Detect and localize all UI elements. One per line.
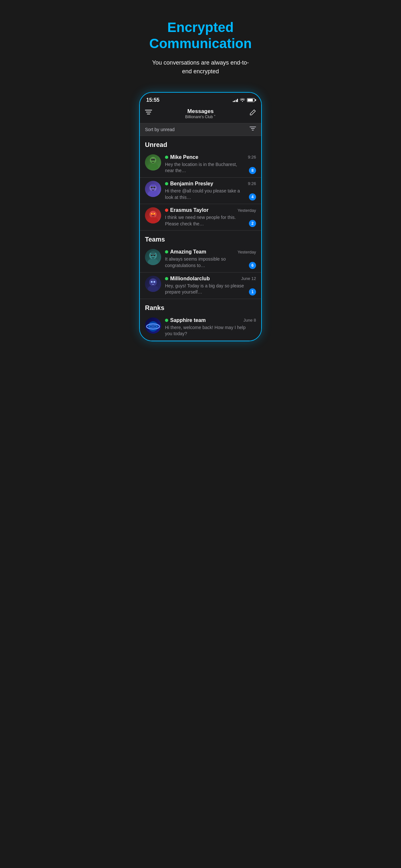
compose-icon[interactable] — [249, 109, 256, 118]
message-top-sapphire-team: Sapphire team June 8 — [165, 317, 256, 323]
svg-rect-3 — [250, 127, 256, 127]
time-sapphire-team: June 8 — [243, 318, 256, 322]
svg-point-42 — [154, 281, 155, 282]
message-content-sapphire-team: Sapphire team June 8 Hi there, welcome b… — [165, 317, 256, 337]
message-item-sapphire-team[interactable]: Sapphire team June 8 Hi there, welcome b… — [140, 314, 261, 341]
section-label-teams: Teams — [145, 236, 165, 243]
svg-point-33 — [151, 254, 152, 255]
badge-erasmus-taylor: 2 — [249, 220, 256, 227]
phone-mockup: 15:55 — [139, 92, 262, 341]
time-amazing-team: Yesterday — [238, 250, 256, 254]
svg-point-35 — [150, 251, 156, 254]
battery-fill — [248, 99, 253, 101]
message-bottom-milliondolarclub: Hey, guys! Today is a big day so please … — [165, 283, 256, 296]
preview-milliondolarclub: Hey, guys! Today is a big day so please … — [165, 283, 249, 296]
hero-title-line1: Encrypted — [167, 20, 234, 35]
name-erasmus-taylor: Erasmus Taylor — [170, 207, 209, 213]
sort-bar[interactable]: Sort by unread — [140, 123, 261, 136]
time-milliondolarclub: June 12 — [241, 276, 256, 281]
avatar-amazing-team — [145, 249, 161, 265]
signal-bars-icon — [233, 98, 238, 102]
message-bottom-sapphire-team: Hi there, welcome back! How may I help y… — [165, 324, 256, 337]
message-item-mike-pence[interactable]: Mike Pence 9:26 Hey the location is in t… — [140, 151, 261, 178]
message-top-benjamin-presley: Benjamin Presley 9:26 — [165, 181, 256, 187]
time-mike-pence: 9:26 — [248, 155, 256, 159]
name-row-sapphire-team: Sapphire team — [165, 317, 206, 323]
sort-label: Sort by unread — [145, 127, 175, 132]
svg-rect-5 — [252, 130, 254, 130]
name-row-benjamin-presley: Benjamin Presley — [165, 181, 213, 187]
name-sapphire-team: Sapphire team — [170, 317, 206, 323]
hero-subtitle: You conversations are always end-to-end … — [149, 58, 252, 76]
name-row-erasmus-taylor: Erasmus Taylor — [165, 207, 209, 213]
message-item-amazing-team[interactable]: Amazing Team Yesterday It always seems i… — [140, 246, 261, 272]
preview-amazing-team: It always seems impossible so congratula… — [165, 256, 249, 269]
preview-benjamin-presley: Hi there @all could you please take a lo… — [165, 188, 249, 200]
filter-icon[interactable] — [145, 110, 152, 117]
time-benjamin-presley: 9:26 — [248, 181, 256, 186]
message-content-milliondolarclub: Milliondolarclub June 12 Hey, guys! Toda… — [165, 276, 256, 296]
svg-point-23 — [148, 217, 158, 223]
message-top-milliondolarclub: Milliondolarclub June 12 — [165, 276, 256, 282]
svg-point-41 — [151, 281, 152, 282]
message-bottom-benjamin-presley: Hi there @all could you please take a lo… — [165, 188, 256, 200]
svg-point-27 — [154, 213, 155, 214]
signal-bar-4 — [237, 99, 238, 102]
status-dot-amazing-team — [165, 250, 168, 253]
message-item-milliondolarclub[interactable]: Milliondolarclub June 12 Hey, guys! Toda… — [140, 273, 261, 299]
hero-title: Encrypted Communication — [140, 20, 261, 52]
message-top-amazing-team: Amazing Team Yesterday — [165, 249, 256, 255]
message-content-benjamin-presley: Benjamin Presley 9:26 Hi there @all coul… — [165, 181, 256, 200]
message-content-amazing-team: Amazing Team Yesterday It always seems i… — [165, 249, 256, 269]
message-top-mike-pence: Mike Pence 9:26 — [165, 154, 256, 160]
name-benjamin-presley: Benjamin Presley — [170, 181, 213, 187]
status-dot-sapphire-team — [165, 319, 168, 322]
svg-point-12 — [154, 159, 154, 159]
preview-mike-pence: Hey the location is in the Bucharest, ne… — [165, 161, 249, 174]
svg-point-26 — [151, 213, 152, 214]
message-content-mike-pence: Mike Pence 9:26 Hey the location is in t… — [165, 154, 256, 174]
sort-icon — [250, 127, 256, 132]
badge-amazing-team: 6 — [249, 262, 256, 269]
signal-bar-1 — [233, 101, 234, 102]
name-mike-pence: Mike Pence — [170, 154, 198, 160]
time-erasmus-taylor: Yesterday — [238, 208, 256, 213]
nav-subtitle[interactable]: Billionare's Club ˅ — [185, 115, 216, 119]
message-item-benjamin-presley[interactable]: Benjamin Presley 9:26 Hi there @all coul… — [140, 178, 261, 204]
signal-bar-2 — [234, 100, 235, 102]
name-amazing-team: Amazing Team — [170, 249, 206, 255]
message-bottom-mike-pence: Hey the location is in the Bucharest, ne… — [165, 161, 256, 174]
status-icons — [233, 97, 255, 103]
svg-point-15 — [148, 190, 158, 197]
name-row-amazing-team: Amazing Team — [165, 249, 206, 255]
status-dot-benjamin-presley — [165, 182, 168, 185]
status-dot-erasmus-taylor — [165, 209, 168, 212]
avatar-benjamin-presley — [145, 181, 161, 197]
section-label-ranks: Ranks — [145, 304, 164, 311]
page-wrapper: Encrypted Communication You conversation… — [134, 0, 267, 351]
svg-point-38 — [148, 285, 158, 292]
avatar-erasmus-taylor — [145, 207, 161, 223]
signal-bar-3 — [236, 100, 237, 102]
avatar-sapphire-team — [145, 317, 161, 334]
svg-point-30 — [148, 259, 158, 265]
nav-center: Messages Billionare's Club ˅ — [185, 108, 216, 119]
nav-bar: Messages Billionare's Club ˅ — [140, 105, 261, 123]
svg-point-19 — [154, 187, 155, 187]
svg-rect-1 — [146, 112, 151, 113]
svg-point-11 — [152, 159, 152, 159]
svg-point-47 — [151, 325, 155, 328]
name-row-milliondolarclub: Milliondolarclub — [165, 276, 210, 282]
message-item-erasmus-taylor[interactable]: Erasmus Taylor Yesterday I think we need… — [140, 204, 261, 230]
svg-rect-0 — [145, 110, 152, 111]
message-content-erasmus-taylor: Erasmus Taylor Yesterday I think we need… — [165, 207, 256, 227]
section-label-unread: Unread — [145, 141, 167, 148]
status-dot-milliondolarclub — [165, 277, 168, 280]
hero-title-line2: Communication — [149, 36, 251, 51]
preview-erasmus-taylor: I think we need new people for this. Ple… — [165, 214, 249, 227]
status-time: 15:55 — [146, 97, 159, 103]
section-header-ranks: Ranks — [140, 299, 261, 314]
avatar-milliondolarclub — [145, 276, 161, 292]
battery-icon — [247, 98, 255, 102]
section-header-teams: Teams — [140, 230, 261, 246]
